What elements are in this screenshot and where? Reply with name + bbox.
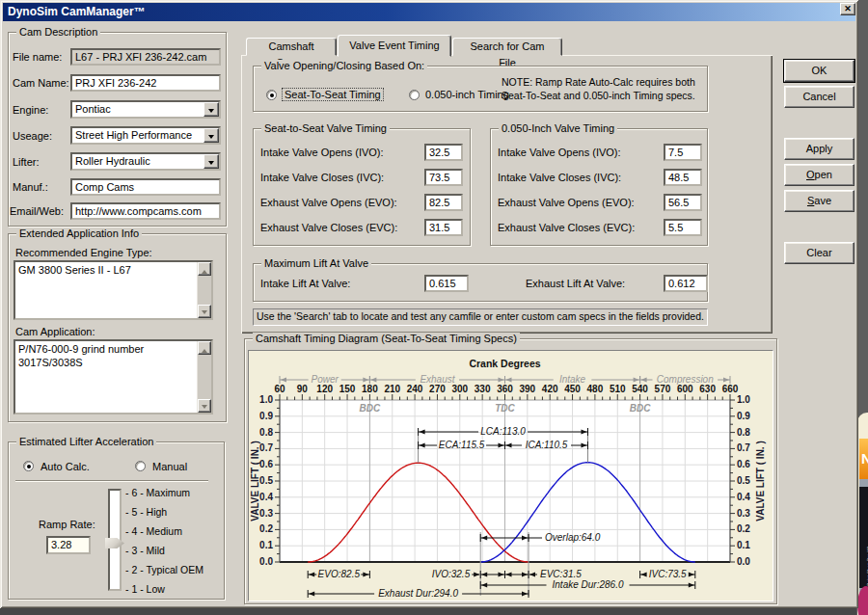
seat-ivc-field[interactable]: 73.5	[424, 169, 463, 186]
cam-application-textarea[interactable]: P/N76-000-9 grind number 3017S/3038S	[14, 339, 213, 414]
svg-text:0.2: 0.2	[259, 523, 273, 534]
inch-evc-field[interactable]: 5.5	[664, 219, 702, 236]
svg-text:ICA:110.5: ICA:110.5	[526, 440, 568, 450]
inch-timing-label[interactable]: 0.050-inch Timing	[425, 89, 509, 100]
svg-text:510: 510	[610, 384, 626, 394]
cam-name-field[interactable]: PRJ XFI 236-242	[70, 74, 221, 92]
inch-evc-label: Exhaust Valve Closes (EVC):	[498, 222, 635, 233]
cancel-button[interactable]: Cancel	[784, 86, 854, 108]
manuf-field[interactable]: Comp Cams	[70, 178, 221, 196]
seat-to-seat-radio[interactable]	[266, 90, 277, 100]
background-product-box: Paint Shop Pro X2	[859, 487, 868, 588]
recommended-engine-type-textarea[interactable]: GM 3800 Series II - L67	[14, 260, 213, 320]
seat-evc-field[interactable]: 31.5	[424, 219, 463, 236]
svg-text:0.1: 0.1	[737, 540, 750, 550]
email-web-field[interactable]: http://www.compcams.com	[70, 202, 221, 220]
manual-label[interactable]: Manual	[152, 461, 187, 472]
inch-timing-radio[interactable]	[409, 90, 420, 100]
svg-text:570: 570	[655, 384, 671, 394]
lifter-accel-title: Estimated Lifter Acceleration	[16, 436, 156, 447]
seat-timing-title: Seat-to-Seat Valve Timing	[261, 122, 390, 134]
background-banner: N	[859, 439, 868, 479]
svg-text:Power: Power	[312, 374, 339, 385]
engine-combobox[interactable]: Pontiac	[70, 100, 221, 119]
manual-radio[interactable]	[135, 461, 146, 471]
open-button[interactable]: Open	[784, 164, 854, 186]
useage-value: Street High Performance	[75, 129, 192, 141]
clear-button[interactable]: Clear	[784, 242, 854, 264]
scroll-up-icon[interactable]	[198, 262, 211, 276]
svg-text:VALVE LIFT ( IN. ): VALVE LIFT ( IN. )	[755, 441, 766, 521]
engine-label: Engine:	[13, 104, 48, 116]
svg-text:0.4: 0.4	[737, 492, 750, 502]
scrollbar[interactable]	[197, 262, 211, 318]
inch-ivo-field[interactable]: 7.5	[664, 144, 702, 161]
useage-combobox[interactable]: Street High Performance	[70, 126, 221, 145]
svg-text:EVC:31.5: EVC:31.5	[540, 569, 582, 579]
svg-text:0.5: 0.5	[737, 475, 750, 486]
intake-lift-label: Intake Lift At Valve:	[260, 278, 350, 289]
lifter-combobox[interactable]: Roller Hydraulic	[70, 152, 221, 171]
svg-text:0.1: 0.1	[259, 540, 273, 550]
title-bar[interactable]: DynoSim CamManager™	[3, 3, 855, 21]
svg-text:IVC:73.5: IVC:73.5	[649, 569, 687, 579]
useage-dropdown-button[interactable]	[203, 128, 219, 143]
seat-evo-label: Exhaust Valve Opens (EVO):	[260, 197, 397, 208]
seat-evo-field[interactable]: 82.5	[424, 194, 463, 211]
svg-text:420: 420	[542, 384, 558, 394]
svg-text:0.2: 0.2	[737, 523, 750, 534]
inch-ivo-label: Intake Valve Opens (IVO):	[498, 147, 621, 158]
svg-text:0.0: 0.0	[259, 556, 273, 567]
tab-valve-event-timing[interactable]: Valve Event Timing	[338, 35, 451, 57]
svg-text:Intake Dur:286.0: Intake Dur:286.0	[553, 579, 624, 590]
scroll-down-icon[interactable]	[198, 399, 211, 413]
svg-text:Compression: Compression	[657, 374, 714, 385]
manuf-label: Manuf.:	[13, 181, 48, 193]
svg-text:LCA:113.0: LCA:113.0	[480, 426, 526, 437]
background-banner-letter: N	[861, 450, 868, 467]
dynosim-cammanager-dialog: DynoSim CamManager™ ✕ Cam Description Fi…	[0, 0, 858, 608]
file-name-field[interactable]: L67 - PRJ XFI 236-242.cam	[70, 48, 221, 66]
ok-button[interactable]: OK	[784, 60, 854, 82]
scrollbar[interactable]	[197, 341, 211, 413]
slider-scale-5: - 5 - High	[125, 506, 167, 518]
auto-calc-radio[interactable]	[23, 461, 34, 471]
auto-calc-label[interactable]: Auto Calc.	[41, 461, 90, 472]
save-button[interactable]: Save	[784, 190, 854, 212]
inch-evo-field[interactable]: 56.5	[664, 194, 702, 211]
tab-camshaft-specs[interactable]: Camshaft Specs	[246, 38, 337, 56]
inch-ivc-field[interactable]: 48.5	[664, 169, 702, 186]
svg-text:540: 540	[632, 384, 648, 394]
svg-text:TDC: TDC	[495, 403, 515, 414]
max-lift-title: Maximum Lift At Valve	[261, 257, 371, 269]
valve-basis-title: Valve Opening/Closing Based On:	[261, 60, 427, 71]
seat-to-seat-label[interactable]: Seat-To-Seat Timing	[283, 89, 383, 100]
apply-button[interactable]: Apply	[784, 138, 854, 160]
svg-text:120: 120	[316, 384, 333, 394]
scroll-down-icon[interactable]	[198, 305, 211, 318]
svg-text:660: 660	[722, 384, 739, 394]
tab-search-for-cam-file[interactable]: Search for Cam File	[452, 38, 562, 56]
close-icon[interactable]: ✕	[840, 3, 855, 15]
scroll-up-icon[interactable]	[198, 341, 211, 355]
seat-ivo-field[interactable]: 32.5	[424, 144, 463, 161]
svg-text:240: 240	[407, 384, 423, 394]
svg-text:0.3: 0.3	[259, 508, 273, 519]
svg-text:0.6: 0.6	[737, 459, 750, 469]
seat-evc-label: Exhaust Valve Closes (EVC):	[260, 222, 397, 233]
svg-text:1.0: 1.0	[259, 394, 273, 405]
timing-chart: BDCTDCBDC6090120150180210240270300330360…	[249, 351, 773, 601]
engine-dropdown-button[interactable]	[203, 102, 219, 117]
svg-text:300: 300	[451, 384, 468, 394]
svg-text:0.8: 0.8	[737, 427, 750, 438]
exhaust-lift-field[interactable]: 0.612	[664, 275, 708, 292]
svg-text:90: 90	[297, 384, 309, 394]
lifter-dropdown-button[interactable]	[203, 154, 219, 169]
email-web-label: Email/Web:	[10, 205, 64, 217]
timing-diagram-panel: BDCTDCBDC6090120150180210240270300330360…	[248, 350, 773, 602]
intake-lift-field[interactable]: 0.615	[424, 275, 469, 292]
svg-text:0.6: 0.6	[259, 459, 273, 469]
chevron-down-icon	[208, 161, 214, 168]
divider	[15, 480, 208, 482]
svg-text:0.4: 0.4	[259, 492, 273, 502]
